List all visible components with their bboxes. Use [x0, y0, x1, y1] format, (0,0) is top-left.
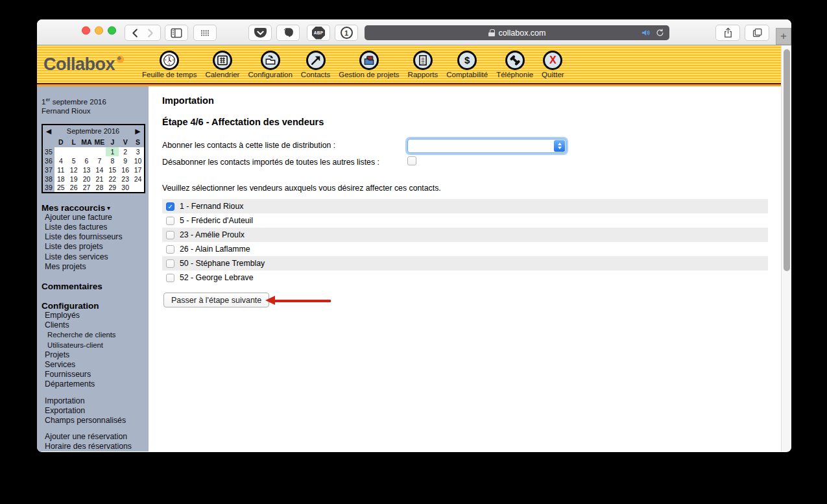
sidebar-item-champs-personnalis-s[interactable]: Champs personnalisés	[42, 416, 149, 426]
sidebar-item-ajouter-une-facture[interactable]: Ajouter une facture	[42, 213, 149, 222]
calendar-day-cell[interactable]: 17	[132, 165, 145, 174]
calendar-day-cell[interactable]: 4	[54, 156, 67, 165]
sidebar-item-importation[interactable]: Importation	[42, 396, 149, 406]
calendar-day-cell[interactable]: 13	[80, 165, 93, 174]
app-nav-item-configuration[interactable]: Configuration	[248, 51, 292, 78]
calendar-day-cell[interactable]: 26	[67, 184, 80, 193]
sidebar-item-liste-des-projets[interactable]: Liste des projets	[42, 242, 149, 252]
vendor-checkbox[interactable]	[166, 217, 174, 225]
sidebar-item-exportation[interactable]: Exportation	[42, 406, 149, 416]
calendar-day-cell[interactable]: 21	[93, 174, 106, 184]
app-nav-item-contacts[interactable]: Contacts	[301, 51, 330, 78]
distribution-list-select[interactable]	[407, 139, 566, 153]
evernote-extension-button[interactable]	[276, 25, 300, 41]
address-bar[interactable]: collabox.com	[365, 25, 669, 40]
vendor-checkbox[interactable]	[166, 259, 174, 268]
mini-calendar: ◀Septembre 2016▶DLMAMEJVS351233645678910…	[42, 124, 145, 193]
app-nav-item-gestion-de-projets[interactable]: Gestion de projets	[339, 51, 399, 78]
prev-month-icon[interactable]: ◀	[42, 125, 54, 138]
calendar-week-row: 39252627282930	[42, 184, 145, 193]
calendar-day-cell[interactable]: 24	[132, 174, 145, 184]
calendar-day-cell[interactable]: 23	[119, 174, 132, 184]
sidebar-item-horaire-des-r-servations[interactable]: Horaire des réservations	[42, 442, 149, 451]
calendar-day-cell[interactable]: 7	[93, 156, 106, 165]
sidebar-item-employ-s[interactable]: Employés	[42, 311, 149, 320]
sidebar-item-liste-des-fournisseurs[interactable]: Liste des fournisseurs	[42, 232, 149, 242]
unsubscribe-checkbox[interactable]	[407, 156, 416, 165]
calendar-day-cell[interactable]: 25	[54, 184, 67, 193]
sidebar-item-ajouter-une-r-servation[interactable]: Ajouter une réservation	[42, 432, 149, 442]
pocket-extension-button[interactable]	[248, 25, 272, 41]
app-nav-item-feuille-de-temps[interactable]: 12369Feuille de temps	[142, 51, 197, 78]
page-scrollbar[interactable]	[781, 45, 791, 451]
calendar-day-cell[interactable]: 28	[93, 184, 106, 193]
onepassword-extension-button[interactable]: 1	[335, 25, 358, 41]
calendar-day-cell[interactable]: 15	[106, 165, 119, 174]
calendar-day-cell[interactable]: 22	[106, 174, 119, 184]
vendor-checkbox[interactable]: ✓	[166, 202, 174, 211]
sidebar-toggle-button[interactable]	[165, 25, 188, 41]
zoom-window-button[interactable]	[108, 27, 116, 35]
calendar-day-cell[interactable]: 29	[106, 184, 119, 193]
sidebar-item-utilisateurs-client[interactable]: Utilisateurs-client	[42, 341, 149, 350]
sidebar-item-recherche-de-clients[interactable]: Recherche de clients	[42, 330, 149, 340]
close-window-button[interactable]	[82, 27, 90, 35]
tab-overview-button[interactable]	[745, 25, 769, 41]
vendor-checkbox[interactable]	[166, 231, 174, 239]
sidebar-section-title-mes-raccourcis[interactable]: Mes raccourcis ▾	[42, 203, 149, 213]
new-tab-button[interactable]: +	[776, 28, 791, 45]
sidebar-item-clients[interactable]: Clients	[42, 320, 149, 330]
calendar-day-cell[interactable]: 12	[67, 165, 80, 174]
back-chevron-icon[interactable]	[128, 26, 143, 40]
calendar-week-number: 35	[42, 147, 54, 156]
audio-mute-icon[interactable]	[640, 27, 651, 38]
calendar-day-cell[interactable]: 16	[119, 165, 132, 174]
app-nav-label: Quitter	[542, 71, 564, 78]
next-month-icon[interactable]: ▶	[132, 125, 145, 138]
vendor-checkbox[interactable]	[166, 245, 174, 254]
calendar-day-cell[interactable]: 3	[132, 147, 145, 156]
sidebar-section-title-configuration[interactable]: Configuration	[42, 301, 149, 311]
calendar-day-cell[interactable]: 19	[67, 174, 80, 184]
next-step-button[interactable]: Passer à l'étape suivante	[163, 293, 269, 307]
calendar-day-cell[interactable]: 6	[80, 156, 93, 165]
sidebar-item-projets[interactable]: Projets	[42, 350, 149, 360]
app-nav-item-calendrier[interactable]: Calendrier	[205, 51, 239, 78]
app-nav-item-rapports[interactable]: Rapports	[408, 51, 438, 78]
sidebar-item-liste-des-factures[interactable]: Liste des factures	[42, 222, 149, 232]
sidebar-section-title-commentaires[interactable]: Commentaires	[42, 282, 149, 291]
sidebar-item-liste-des-services[interactable]: Liste des services	[42, 252, 149, 262]
calendar-day-cell[interactable]: 5	[67, 156, 80, 165]
sidebar-item-services[interactable]: Services	[42, 360, 149, 370]
calendar-day-cell[interactable]: 27	[80, 184, 93, 193]
calendar-day-cell[interactable]: 9	[119, 156, 132, 165]
calendar-day-cell[interactable]: 1	[106, 147, 119, 156]
app-nav-item-comptabilit-[interactable]: $Comptabilité	[446, 51, 488, 78]
calendar-week-row: 3711121314151617	[42, 165, 145, 174]
reload-icon[interactable]	[655, 28, 665, 38]
app-nav-label: Comptabilité	[446, 71, 488, 78]
app-nav-item-t-l-phonie[interactable]: Téléphonie	[496, 51, 533, 78]
app-nav-item-quitter[interactable]: XQuitter	[542, 51, 564, 78]
vendor-checkbox[interactable]	[166, 274, 174, 282]
dollar-icon: $	[457, 51, 477, 70]
collabox-logo[interactable]: Collabox	[43, 54, 124, 75]
minimize-window-button[interactable]	[95, 27, 103, 35]
calendar-day-cell[interactable]: 18	[54, 174, 67, 184]
adblock-plus-extension-button[interactable]: ABP	[307, 25, 330, 41]
sidebar-item-mes-projets[interactable]: Mes projets	[42, 262, 149, 272]
calendar-day-cell[interactable]: 2	[119, 147, 132, 156]
forward-chevron-icon[interactable]	[143, 26, 157, 40]
sidebar-item-d-partements[interactable]: Départements	[42, 379, 149, 389]
scrollbar-thumb[interactable]	[784, 49, 790, 271]
sidebar-item-fournisseurs[interactable]: Fournisseurs	[42, 370, 149, 379]
calendar-day-cell[interactable]: 30	[119, 184, 132, 193]
share-button[interactable]	[715, 25, 740, 41]
calendar-day-cell[interactable]: 11	[54, 165, 67, 174]
calendar-day-cell[interactable]: 8	[106, 156, 119, 165]
current-user: Fernand Rioux	[42, 106, 149, 115]
calendar-day-cell[interactable]: 20	[80, 174, 93, 184]
top-sites-button[interactable]	[193, 25, 217, 41]
calendar-day-cell[interactable]: 10	[132, 156, 145, 165]
calendar-day-cell[interactable]: 14	[93, 165, 106, 174]
